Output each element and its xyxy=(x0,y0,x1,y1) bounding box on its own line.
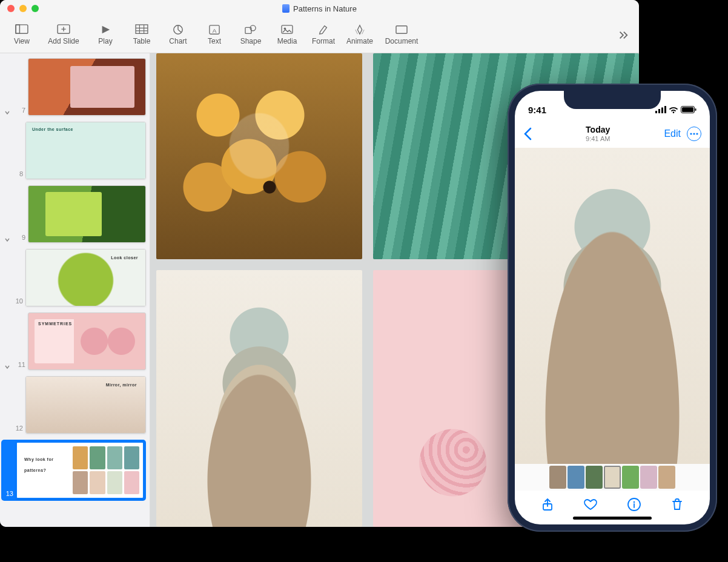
toolbar: View Add Slide Play Table Chart A Text S… xyxy=(0,17,639,53)
more-button[interactable] xyxy=(687,127,701,141)
filmstrip-thumb[interactable] xyxy=(586,466,603,489)
media-icon xyxy=(280,24,294,35)
slide-image-shells[interactable] xyxy=(156,270,362,527)
chart-button[interactable]: Chart xyxy=(160,17,196,53)
svg-rect-1 xyxy=(16,25,19,33)
svg-point-22 xyxy=(696,133,698,134)
svg-point-21 xyxy=(693,133,695,134)
thumbnail-image: Mirror, mirror xyxy=(25,376,146,434)
thumbnail-image: Why look for patterns? xyxy=(16,441,144,499)
format-icon xyxy=(317,24,330,35)
document-icon xyxy=(282,4,290,13)
slide-thumbnail[interactable]: 12 Mirror, mirror xyxy=(1,376,146,434)
disclosure-triangle-icon[interactable] xyxy=(2,237,12,243)
svg-rect-3 xyxy=(136,25,148,33)
titlebar: Patterns in Nature xyxy=(0,0,639,17)
photos-header: Today 9:41 AM Edit xyxy=(515,120,710,148)
thumbnail-image: SYMMETRIES xyxy=(28,312,146,370)
filmstrip-thumb[interactable] xyxy=(640,466,657,489)
svg-rect-11 xyxy=(396,26,407,34)
ellipsis-icon xyxy=(690,133,698,135)
media-button[interactable]: Media xyxy=(269,17,305,53)
filmstrip-thumb[interactable] xyxy=(658,466,675,489)
share-button[interactable] xyxy=(540,497,555,512)
filmstrip-thumb[interactable] xyxy=(622,466,639,489)
iphone-device: 9:41 Today 9:41 AM Edit xyxy=(508,84,717,532)
shape-button[interactable]: Shape xyxy=(233,17,269,53)
status-icons xyxy=(655,106,697,113)
filmstrip-thumb[interactable] xyxy=(568,466,584,489)
info-button[interactable] xyxy=(627,497,641,512)
table-button[interactable]: Table xyxy=(124,17,160,53)
svg-text:A: A xyxy=(213,27,217,34)
svg-point-25 xyxy=(633,501,635,503)
view-icon xyxy=(15,24,28,35)
play-button[interactable]: Play xyxy=(87,17,124,53)
window-title-text: Patterns in Nature xyxy=(293,4,357,13)
svg-rect-18 xyxy=(682,107,693,112)
slide-thumbnail[interactable]: 11 SYMMETRIES xyxy=(1,312,146,370)
slide-thumbnail[interactable]: 8 Under the surface xyxy=(1,122,146,179)
table-icon xyxy=(135,24,148,35)
animate-icon xyxy=(353,24,366,35)
animate-button[interactable]: Animate xyxy=(342,17,378,53)
filmstrip-thumb-current[interactable] xyxy=(604,466,621,489)
text-button[interactable]: A Text xyxy=(196,17,233,53)
window-title: Patterns in Nature xyxy=(0,4,639,13)
toolbar-overflow-button[interactable] xyxy=(611,17,635,53)
document-settings-icon xyxy=(395,24,408,35)
home-indicator[interactable] xyxy=(573,517,652,520)
notch xyxy=(564,91,661,109)
slide-image-honeycomb[interactable] xyxy=(156,53,362,259)
thumbnail-image: Look closer xyxy=(25,249,146,306)
info-icon xyxy=(627,497,641,512)
filmstrip-thumb[interactable] xyxy=(549,466,566,489)
edit-button[interactable]: Edit xyxy=(664,128,681,139)
text-icon: A xyxy=(208,24,221,35)
thumbnail-image: Under the surface xyxy=(25,122,146,179)
favorite-button[interactable] xyxy=(583,497,598,512)
play-icon xyxy=(99,24,112,35)
chevron-double-right-icon xyxy=(617,30,630,41)
svg-rect-15 xyxy=(664,106,666,113)
svg-point-16 xyxy=(673,111,675,113)
share-icon xyxy=(540,497,555,512)
format-button[interactable]: Format xyxy=(305,17,342,53)
svg-point-20 xyxy=(690,133,692,134)
battery-icon xyxy=(681,106,697,113)
header-subtitle: 9:41 AM xyxy=(586,135,610,142)
iphone-screen: 9:41 Today 9:41 AM Edit xyxy=(515,91,710,524)
wifi-icon xyxy=(669,106,678,113)
thumbnail-image: FRACTALS xyxy=(28,185,146,243)
svg-rect-13 xyxy=(658,109,660,113)
disclosure-triangle-icon[interactable] xyxy=(2,110,12,116)
add-slide-button[interactable]: Add Slide xyxy=(40,17,87,53)
svg-rect-0 xyxy=(16,25,28,33)
disclosure-triangle-icon[interactable] xyxy=(2,364,12,370)
photo-viewer[interactable] xyxy=(515,148,710,464)
header-title: Today xyxy=(586,125,610,134)
heart-icon xyxy=(583,497,598,512)
view-button[interactable]: View xyxy=(4,17,40,53)
thumbnail-image: LAYERS xyxy=(28,58,146,116)
shape-icon xyxy=(244,24,257,35)
delete-button[interactable] xyxy=(670,497,684,512)
slide-thumbnail[interactable]: 9 FRACTALS xyxy=(1,185,146,243)
chart-icon xyxy=(171,24,185,35)
status-time: 9:41 xyxy=(528,105,546,115)
cellular-icon xyxy=(655,106,666,113)
slide-navigator[interactable]: 7 LAYERS 8 Under the surface 9 FRACTALS xyxy=(0,53,150,527)
header-title-group: Today 9:41 AM xyxy=(586,125,610,142)
back-button[interactable] xyxy=(523,127,532,140)
svg-rect-14 xyxy=(661,108,663,114)
add-slide-icon xyxy=(57,24,70,35)
slide-thumbnail-selected[interactable]: 13 Why look for patterns? xyxy=(1,440,146,501)
slide-thumbnail[interactable]: 10 Look closer xyxy=(1,249,146,306)
slide-thumbnail[interactable]: 7 LAYERS xyxy=(1,58,146,116)
trash-icon xyxy=(670,497,684,512)
photo-filmstrip[interactable] xyxy=(515,464,710,491)
svg-rect-12 xyxy=(655,111,657,113)
document-button[interactable]: Document xyxy=(378,17,425,53)
svg-rect-19 xyxy=(695,108,697,111)
